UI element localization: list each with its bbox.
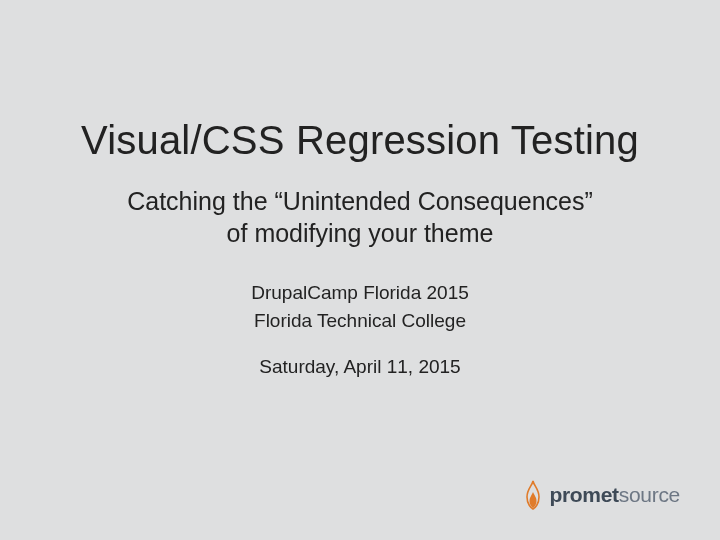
event-info: DrupalCamp Florida 2015 Florida Technica… xyxy=(251,279,469,334)
slide-subtitle: Catching the “Unintended Consequences” o… xyxy=(127,185,593,249)
promet-source-logo: prometsource xyxy=(523,480,680,510)
event-date: Saturday, April 11, 2015 xyxy=(259,356,460,378)
slide: Visual/CSS Regression Testing Catching t… xyxy=(0,0,720,540)
logo-word-2: source xyxy=(619,483,680,506)
flame-icon xyxy=(523,480,543,510)
logo-text: prometsource xyxy=(549,483,680,507)
event-name: DrupalCamp Florida 2015 xyxy=(251,279,469,307)
subtitle-line-1: Catching the “Unintended Consequences” xyxy=(127,185,593,217)
subtitle-line-2: of modifying your theme xyxy=(127,217,593,249)
slide-title: Visual/CSS Regression Testing xyxy=(81,118,639,163)
logo-word-1: promet xyxy=(549,483,618,506)
venue-name: Florida Technical College xyxy=(251,307,469,335)
